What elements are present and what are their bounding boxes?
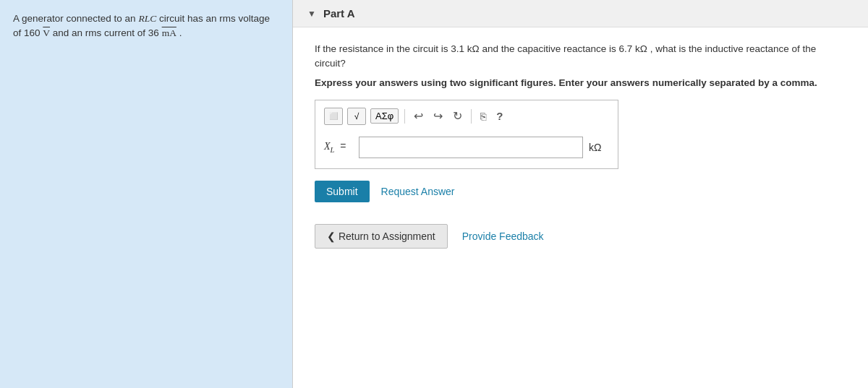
left-panel: A generator connected to an RLC circuit …: [0, 0, 293, 388]
problem-text: A generator connected to an RLC circuit …: [13, 12, 279, 41]
right-panel: ▼ Part A If the resistance in the circui…: [293, 0, 868, 388]
request-answer-link[interactable]: Request Answer: [381, 186, 455, 197]
variable-label: XL =: [324, 140, 353, 154]
toolbar-divider: [404, 109, 405, 124]
question-text: If the resistance in the circuit is 3.1 …: [315, 42, 846, 72]
input-row: XL = kΩ: [324, 137, 609, 158]
unit-label: kΩ: [589, 142, 601, 153]
submit-button[interactable]: Submit: [315, 181, 370, 202]
toolbar: ⬜ √ ΑΣφ ↩ ↪ ↻ ⎘ ?: [324, 108, 609, 129]
chevron-down-icon[interactable]: ▼: [307, 9, 316, 19]
greek-button[interactable]: ΑΣφ: [370, 108, 399, 124]
refresh-button[interactable]: ↻: [450, 108, 465, 124]
answer-input[interactable]: [359, 137, 583, 158]
part-header: ▼ Part A: [293, 0, 868, 27]
redo-button[interactable]: ↪: [430, 108, 446, 124]
part-label: Part A: [323, 7, 355, 20]
help-button[interactable]: ?: [493, 108, 506, 124]
instruction-text: Express your answers using two significa…: [315, 77, 846, 88]
return-button[interactable]: ❮ Return to Assignment: [315, 224, 448, 249]
action-row: Submit Request Answer: [315, 181, 846, 202]
toolbar-divider2: [471, 109, 472, 124]
undo-button[interactable]: ↩: [411, 108, 426, 124]
fraction-button[interactable]: ⬜: [324, 108, 343, 125]
keyboard-button[interactable]: ⎘: [477, 109, 489, 124]
sqrt-button[interactable]: √: [347, 108, 366, 125]
content-area: If the resistance in the circuit is 3.1 …: [293, 27, 868, 263]
answer-box: ⬜ √ ΑΣφ ↩ ↪ ↻ ⎘ ?: [315, 100, 618, 169]
feedback-link[interactable]: Provide Feedback: [462, 230, 544, 242]
bottom-row: ❮ Return to Assignment Provide Feedback: [315, 224, 846, 249]
